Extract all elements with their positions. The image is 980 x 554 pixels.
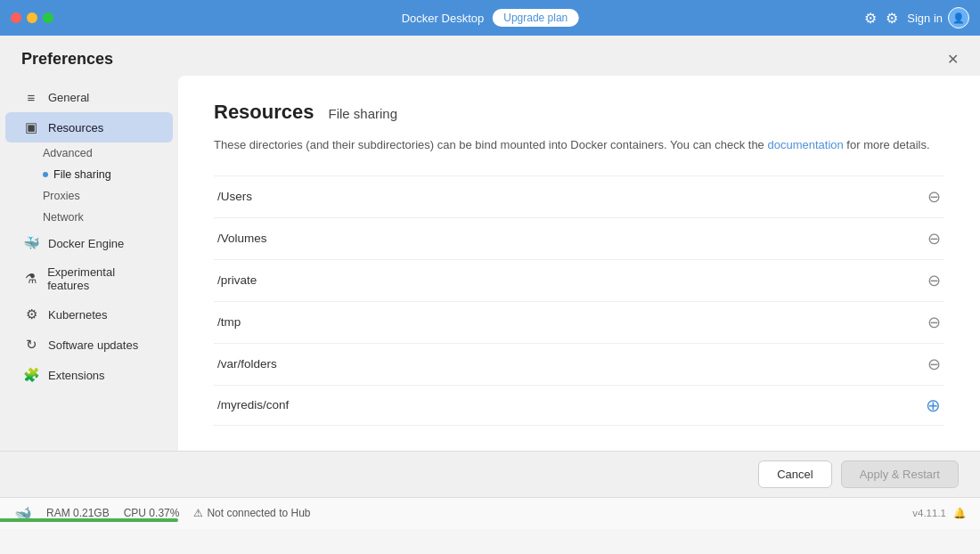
panel-description: These directories (and their subdirector… (214, 136, 944, 154)
dir-item-users: /Users ⊖ (214, 176, 944, 218)
sidebar-label-general: General (48, 91, 89, 104)
footer-bar: Cancel Apply & Restart (0, 451, 980, 497)
experimental-icon: ⚗ (23, 271, 38, 287)
dir-item-volumes: /Volumes ⊖ (214, 218, 944, 260)
dir-item-private: /private ⊖ (214, 260, 944, 302)
fullscreen-traffic-light[interactable] (43, 12, 53, 23)
remove-volumes-button[interactable]: ⊖ (927, 229, 941, 248)
sidebar-item-extensions[interactable]: 🧩 Extensions (5, 360, 173, 390)
connection-status: ⚠ Not connected to Hub (193, 507, 310, 519)
cpu-status: CPU 0.37% (124, 507, 180, 519)
not-connected-icon: ⚠ (193, 507, 203, 519)
docker-engine-icon: 🐳 (23, 235, 39, 251)
app-title: Docker Desktop (402, 12, 484, 25)
preferences-title: Preferences (21, 50, 113, 69)
close-traffic-light[interactable] (11, 12, 21, 23)
documentation-link[interactable]: documentation (767, 138, 843, 151)
sidebar-item-resources[interactable]: ▣ Resources (5, 112, 173, 143)
titlebar: Docker Desktop Upgrade plan ⚙ ⚙ Sign in … (0, 0, 980, 36)
traffic-lights (11, 12, 53, 23)
not-connected-label: Not connected to Hub (207, 507, 310, 519)
status-bar: 🐋 RAM 0.21GB CPU 0.37% ⚠ Not connected t… (0, 497, 980, 529)
software-updates-icon: ↻ (23, 337, 39, 353)
sidebar-item-general[interactable]: ≡ General (5, 83, 173, 112)
main-panel: Resources File sharing These directories… (178, 76, 980, 451)
sidebar-item-kubernetes[interactable]: ⚙ Kubernetes (5, 299, 173, 330)
remove-tmp-button[interactable]: ⊖ (927, 313, 941, 332)
sidebar-item-docker-engine[interactable]: 🐳 Docker Engine (5, 228, 173, 258)
description-text: These directories (and their subdirector… (214, 138, 767, 151)
green-progress-bar (0, 518, 178, 522)
sign-in-label: Sign in (907, 12, 943, 25)
resources-icon: ▣ (23, 119, 39, 135)
sidebar-item-software-updates[interactable]: ↻ Software updates (5, 330, 173, 360)
proxies-label: Proxies (43, 190, 80, 202)
dir-path-users: /Users (217, 190, 252, 203)
titlebar-center: Docker Desktop Upgrade plan (402, 9, 579, 27)
titlebar-right: ⚙ ⚙ Sign in 👤 (864, 7, 969, 29)
general-icon: ≡ (23, 90, 39, 105)
panel-subtitle: File sharing (329, 106, 398, 121)
content-area: ≡ General ▣ Resources Advanced File shar… (0, 76, 980, 451)
sign-in-button[interactable]: Sign in 👤 (907, 7, 969, 29)
add-directory-button[interactable]: ⊕ (926, 395, 941, 416)
status-right: v4.11.1 🔔 (912, 507, 966, 519)
extensions-icon: 🧩 (23, 367, 39, 383)
sidebar-item-experimental[interactable]: ⚗ Experimental features (5, 258, 173, 299)
ram-status: RAM 0.21GB (46, 507, 110, 519)
dir-path-volumes: /Volumes (217, 232, 267, 245)
description-after: for more details. (844, 138, 930, 151)
kubernetes-icon: ⚙ (23, 306, 39, 322)
sidebar-label-software-updates: Software updates (48, 338, 138, 352)
upgrade-button[interactable]: Upgrade plan (493, 9, 578, 27)
active-dot (43, 172, 48, 177)
sidebar: ≡ General ▣ Resources Advanced File shar… (0, 76, 178, 451)
sidebar-sub-advanced[interactable]: Advanced (0, 143, 178, 164)
preferences-header: Preferences ✕ (0, 36, 980, 76)
dir-path-tmp: /tmp (217, 315, 241, 329)
directory-list: /Users ⊖ /Volumes ⊖ /private ⊖ /tmp ⊖ /v… (214, 175, 944, 386)
remove-var-folders-button[interactable]: ⊖ (927, 354, 941, 374)
dir-add-row: /myredis/conf ⊕ (214, 386, 944, 426)
sidebar-label-kubernetes: Kubernetes (48, 308, 108, 322)
sidebar-sub-resources: Advanced File sharing Proxies Network (0, 143, 178, 228)
sidebar-sub-file-sharing[interactable]: File sharing (0, 164, 178, 185)
sidebar-label-experimental: Experimental features (47, 265, 155, 292)
dir-item-var-folders: /var/folders ⊖ (214, 344, 944, 386)
panel-heading: Resources File sharing (214, 101, 944, 124)
sidebar-label-resources: Resources (48, 121, 103, 134)
panel-title: Resources (214, 101, 314, 124)
sidebar-sub-network[interactable]: Network (0, 207, 178, 228)
avatar: 👤 (948, 7, 969, 29)
close-button[interactable]: ✕ (947, 51, 959, 68)
version-label: v4.11.1 (912, 508, 946, 518)
update-icon[interactable]: 🔔 (953, 507, 966, 519)
preferences-window: Preferences ✕ ≡ General ▣ Resources Adva… (0, 36, 980, 497)
minimize-traffic-light[interactable] (27, 12, 37, 23)
dir-add-path: /myredis/conf (217, 398, 289, 411)
file-sharing-label: File sharing (53, 168, 111, 181)
docker-icon[interactable]: ⚙ (886, 10, 898, 27)
dir-path-private: /private (217, 273, 257, 287)
dir-path-var-folders: /var/folders (217, 357, 277, 371)
settings-icon[interactable]: ⚙ (864, 10, 877, 27)
apply-restart-button[interactable]: Apply & Restart (841, 460, 959, 488)
sidebar-sub-proxies[interactable]: Proxies (0, 185, 178, 207)
remove-users-button[interactable]: ⊖ (927, 187, 941, 207)
advanced-label: Advanced (43, 147, 93, 159)
remove-private-button[interactable]: ⊖ (927, 271, 941, 290)
dir-item-tmp: /tmp ⊖ (214, 302, 944, 344)
network-label: Network (43, 211, 84, 224)
sidebar-label-docker-engine: Docker Engine (48, 237, 124, 250)
cancel-button[interactable]: Cancel (758, 460, 831, 488)
sidebar-label-extensions: Extensions (48, 369, 105, 382)
